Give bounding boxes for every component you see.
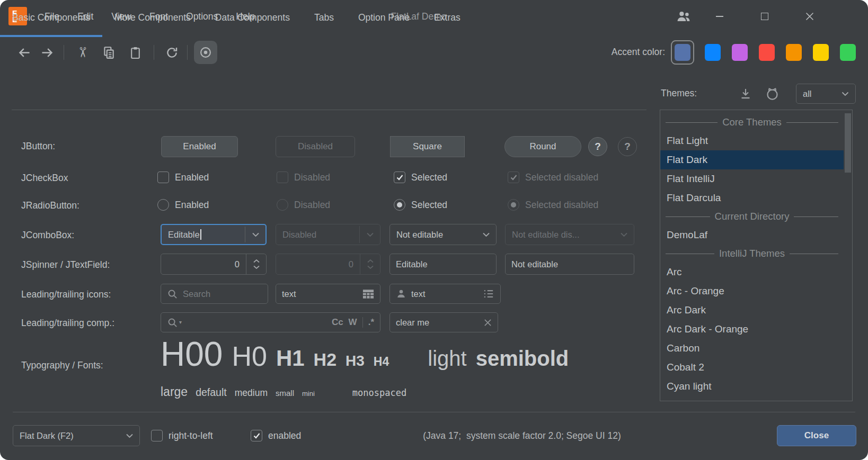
theme-item-flat-dark[interactable]: Flat Dark [660, 150, 844, 169]
mini-sample: mini [302, 390, 315, 398]
github-icon [765, 87, 780, 101]
minimize-button[interactable] [707, 0, 732, 33]
accent-swatch-purple[interactable] [732, 44, 748, 61]
theme-item-arc-dark[interactable]: Arc Dark [660, 301, 844, 320]
typography-row-label: Typography / Fonts: [21, 360, 103, 371]
app-window: F L File Edit View Font Options Help Fla… [0, 0, 868, 460]
h0-sample: H0 [232, 340, 267, 372]
github-button[interactable] [763, 85, 781, 103]
theme-item-flat-light[interactable]: Flat Light [660, 131, 844, 150]
users-icon[interactable] [671, 0, 696, 33]
tab-bar: Basic Components More Components Data Co… [0, 0, 868, 35]
status-info-text: (Java 17; system scale factor 2.0; Segoe… [371, 425, 673, 446]
toolbar-separator [187, 45, 188, 60]
theme-item-cobalt-2[interactable]: Cobalt 2 [660, 358, 844, 377]
accent-swatch-orange[interactable] [786, 44, 802, 61]
theme-item-dark-flat[interactable]: Dark Flat [660, 396, 844, 401]
minimize-icon [716, 16, 723, 17]
refresh-button[interactable] [160, 41, 183, 64]
combobox-editable[interactable]: Editable [161, 224, 267, 245]
cut-button[interactable]: ✂ [71, 41, 94, 64]
theme-item-arc[interactable]: Arc [660, 263, 844, 282]
leading-trailing-comp-label: Leading/trailing comp.: [21, 318, 114, 329]
accent-swatch-red[interactable] [759, 44, 775, 61]
themes-scrollbar-thumb[interactable] [845, 113, 851, 173]
themes-filter-combobox[interactable]: all [796, 84, 856, 104]
regex-button[interactable]: .* [368, 317, 374, 328]
rtl-checkbox[interactable]: right-to-left [151, 430, 213, 441]
checkbox-box-checked [394, 172, 405, 183]
help-button-outline[interactable]: ? [618, 137, 637, 156]
theme-item-carbon[interactable]: Carbon [660, 339, 844, 358]
tab-extras[interactable]: Extras [422, 0, 473, 35]
spinner-up-icon [253, 259, 260, 263]
checkbox-selected[interactable]: Selected [394, 172, 447, 183]
accent-swatch-default[interactable] [675, 44, 690, 61]
tab-more-components[interactable]: More Components [102, 0, 203, 35]
show-hover-effects-toggle[interactable] [194, 41, 217, 64]
jcombobox-row-label: JComboBox: [21, 230, 74, 241]
theme-item-flat-darcula[interactable]: Flat Darcula [660, 188, 844, 208]
checkbox-disabled: Disabled [277, 172, 330, 183]
theme-item-demolaf[interactable]: DemoLaf [660, 226, 844, 245]
clear-icon[interactable] [484, 319, 492, 327]
combobox-not-editable[interactable]: Not editable [389, 224, 497, 245]
checkbox-enabled[interactable]: Enabled [157, 172, 209, 183]
jcheckbox-row-label: JCheckBox [21, 173, 68, 184]
lookandfeel-combobox[interactable]: Flat Dark (F2) [13, 425, 140, 446]
theme-item-arc-dark-orange[interactable]: Arc Dark - Orange [660, 320, 844, 339]
accent-swatch-green[interactable] [840, 44, 856, 61]
maximize-button[interactable] [752, 0, 777, 33]
accent-swatch-blue[interactable] [705, 44, 721, 61]
cut-icon: ✂ [76, 47, 90, 58]
download-theme-button[interactable] [737, 85, 755, 103]
tab-data-components[interactable]: Data Components [203, 0, 302, 35]
match-case-button[interactable]: Cc [332, 317, 343, 328]
theme-item-cyan-light[interactable]: Cyan light [660, 377, 844, 396]
theme-group-separator: IntelliJ Themes [660, 245, 844, 263]
h2-sample: H2 [314, 349, 336, 370]
close-window-button[interactable] [798, 0, 822, 33]
radio-selected[interactable]: Selected [394, 199, 447, 211]
tab-option-pane[interactable]: Option Pane [346, 0, 422, 35]
spinner-buttons[interactable] [246, 254, 266, 274]
paste-button[interactable] [123, 41, 147, 64]
tab-basic-components[interactable]: Basic Components [0, 0, 102, 35]
h1-sample: H1 [276, 346, 305, 371]
search-field[interactable]: Search [161, 284, 268, 304]
spinner-enabled[interactable]: 0 [161, 254, 267, 275]
jbutton-square[interactable]: Square [390, 136, 465, 157]
clearable-field[interactable]: clear me [389, 312, 498, 332]
chevron-down-icon[interactable] [245, 225, 265, 244]
table-icon[interactable] [362, 289, 374, 299]
text-field-person-menu[interactable]: text [389, 284, 501, 304]
menu-list-icon[interactable] [483, 288, 494, 299]
themes-label: Themes: [661, 88, 697, 99]
enabled-checkbox[interactable]: enabled [251, 430, 301, 441]
help-button-filled[interactable]: ? [588, 137, 607, 156]
close-button[interactable]: Close [777, 425, 856, 446]
jbutton-round[interactable]: Round [504, 136, 581, 157]
search-field-with-options[interactable]: ▾ Cc W .* [161, 312, 380, 332]
theme-item-flat-intellij[interactable]: Flat IntelliJ [660, 169, 844, 188]
large-sample: large [161, 385, 188, 399]
radio-circle [157, 199, 169, 211]
accent-swatch-yellow[interactable] [813, 44, 829, 61]
radio-enabled[interactable]: Enabled [157, 199, 209, 211]
radio-disabled: Disabled [277, 199, 330, 211]
tab-tabs[interactable]: Tabs [302, 0, 346, 35]
checkbox-selected-disabled: Selected disabled [508, 172, 598, 183]
copy-button[interactable] [97, 41, 120, 64]
jbutton-enabled[interactable]: Enabled [161, 136, 238, 157]
typography-headings: H00 H0 H1 H2 H3 H4 light semibold [161, 335, 569, 374]
search-dropdown-icon[interactable]: ▾ [167, 317, 182, 328]
whole-words-button[interactable]: W [349, 317, 357, 328]
forward-button[interactable] [35, 41, 58, 64]
theme-item-arc-orange[interactable]: Arc - Orange [660, 282, 844, 301]
textfield-editable[interactable]: Editable [389, 254, 497, 275]
text-field-table-icon[interactable]: text [276, 284, 380, 304]
checkbox-box-checked [251, 430, 262, 441]
textfield-not-editable: Not editable [505, 254, 634, 275]
eye-target-icon [199, 46, 212, 59]
back-button[interactable] [13, 41, 36, 64]
